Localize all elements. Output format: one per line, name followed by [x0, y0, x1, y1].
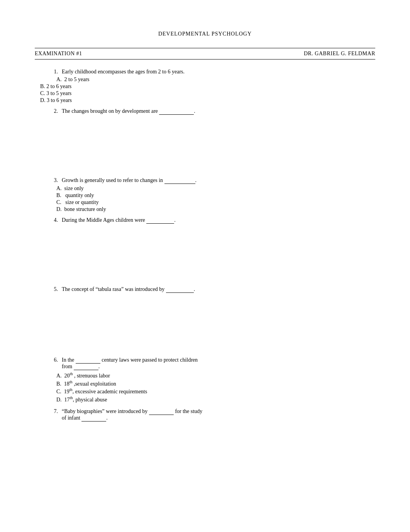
q2-spacer	[35, 116, 375, 174]
q1-text: Early childhood encompasses the ages fro…	[62, 69, 375, 75]
dr-label: DR. GABRIEL G. FELDMAR	[304, 51, 375, 57]
question-5-block: 5. The concept of “tabula rasa” was intr…	[35, 286, 375, 352]
q6-choice-c: C. 19th, excessive academic requirements	[35, 388, 375, 395]
question-1-block: 1. Early childhood encompasses the ages …	[35, 69, 375, 104]
exam-label: EXAMINATION #1	[35, 51, 82, 57]
q5-number: 5.	[50, 286, 58, 293]
q2-number: 2.	[50, 108, 58, 115]
q3-choice-b: B. quantity only	[35, 192, 375, 199]
q1-choice-b: B. 2 to 6 years	[35, 83, 375, 90]
q7-blank1	[149, 408, 174, 415]
q3-choice-c: C. size or quantity	[35, 199, 375, 206]
q2-blank	[159, 108, 194, 115]
q4-blank	[146, 217, 174, 224]
question-6-block: 6. In the century laws were passed to pr…	[35, 357, 375, 403]
question-4-block: 4. During the Middle Ages children were …	[35, 217, 375, 283]
question-5: 5. The concept of “tabula rasa” was intr…	[35, 286, 375, 293]
q6-choice-d: D. 17th, physical abuse	[35, 396, 375, 403]
q1-choice-c: C. 3 to 5 years	[35, 90, 375, 97]
q6-choice-b: B. 18th ,sexual exploitation	[35, 380, 375, 387]
q3-choice-d: D. bone structure only	[35, 206, 375, 212]
q3-choice-a: A. size only	[35, 185, 375, 192]
q7-text: “Baby biographies” were introduced by fo…	[62, 408, 375, 422]
q5-blank	[166, 286, 194, 293]
q2-text: The changes brought on by development ar…	[62, 108, 375, 115]
question-3-block: 3. Growth is generally used to refer to …	[35, 177, 375, 212]
q7-blank2	[81, 415, 106, 422]
page-title: DEVELOPMENTAL PSYCHOLOGY	[35, 31, 375, 37]
q6-number: 6.	[50, 357, 58, 363]
question-2: 2. The changes brought on by development…	[35, 108, 375, 115]
question-3: 3. Growth is generally used to refer to …	[35, 177, 375, 184]
q4-spacer	[35, 225, 375, 283]
q6-blank1	[76, 357, 100, 364]
question-7: 7. “Baby biographies” were introduced by…	[35, 408, 375, 422]
q5-text: The concept of “tabula rasa” was introdu…	[62, 286, 375, 293]
question-6: 6. In the century laws were passed to pr…	[35, 357, 375, 370]
q7-number: 7.	[50, 408, 58, 415]
q6-blank2	[74, 364, 98, 370]
questions-section: 1. Early childhood encompasses the ages …	[35, 69, 375, 422]
question-4: 4. During the Middle Ages children were …	[35, 217, 375, 224]
question-7-block: 7. “Baby biographies” were introduced by…	[35, 408, 375, 422]
q3-text: Growth is generally used to refer to cha…	[62, 177, 375, 184]
question-2-block: 2. The changes brought on by development…	[35, 108, 375, 174]
question-1: 1. Early childhood encompasses the ages …	[35, 69, 375, 75]
q4-number: 4.	[50, 217, 58, 224]
q6-text: In the century laws were passed to prote…	[62, 357, 375, 370]
q3-number: 3.	[50, 177, 58, 184]
q3-blank	[164, 177, 195, 184]
page: DEVELOPMENTAL PSYCHOLOGY EXAMINATION #1 …	[0, 0, 410, 532]
q1-choice-a: A. 2 to 5 years	[35, 76, 375, 83]
q1-choice-d: D. 3 to 6 years	[35, 97, 375, 104]
q4-text: During the Middle Ages children were .	[62, 217, 375, 224]
q6-choice-a: A. 20th , strenuous labor	[35, 372, 375, 379]
q1-number: 1.	[50, 69, 58, 75]
q5-spacer	[35, 294, 375, 352]
header-row: EXAMINATION #1 DR. GABRIEL G. FELDMAR	[35, 48, 375, 59]
